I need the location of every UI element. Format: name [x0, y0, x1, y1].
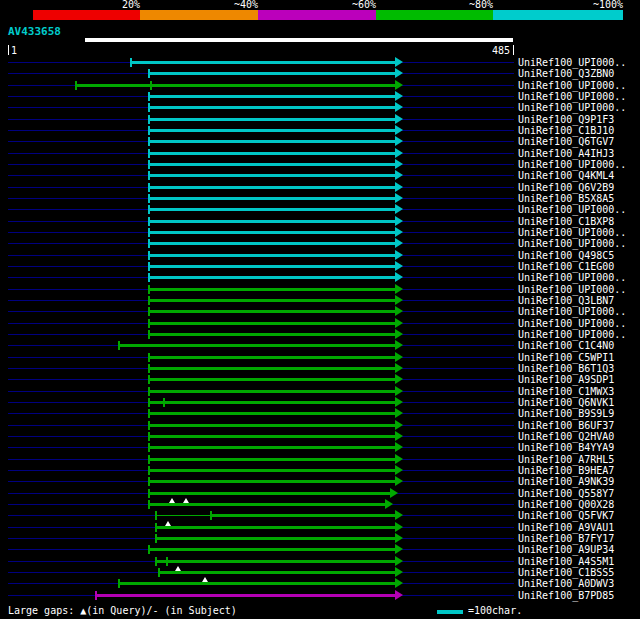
hit-label[interactable]: UniRef100_UPI000..	[518, 239, 626, 249]
alignment-bar[interactable]	[148, 276, 395, 279]
hit-label[interactable]: UniRef100_B9S9L9	[518, 409, 614, 419]
alignment-bar[interactable]	[210, 514, 395, 517]
hit-label[interactable]: UniRef100_Q6V2B9	[518, 183, 614, 193]
alignment-bar[interactable]	[148, 152, 395, 155]
hit-label[interactable]: UniRef100_A9SDP1	[518, 375, 614, 385]
alignment-bar[interactable]	[148, 390, 395, 393]
hit-label[interactable]: UniRef100_A0DWV3	[518, 579, 614, 589]
alignment-bar[interactable]	[118, 344, 395, 347]
hit-label[interactable]: UniRef100_B6UF37	[518, 421, 614, 431]
segment-cap-tick	[148, 149, 150, 158]
alignment-bar[interactable]	[148, 140, 395, 143]
hit-label[interactable]: UniRef100_A9UP34	[518, 545, 614, 555]
hit-label[interactable]: UniRef100_A4IHJ3	[518, 149, 614, 159]
hit-label[interactable]: UniRef100_C5WPI1	[518, 353, 614, 363]
hit-label[interactable]: UniRef100_Q5FVK7	[518, 511, 614, 521]
hit-row: UniRef100_Q00X28	[0, 499, 640, 510]
hit-label[interactable]: UniRef100_UPI000..	[518, 205, 626, 215]
alignment-bar[interactable]	[148, 322, 395, 325]
alignment-bar[interactable]	[148, 469, 395, 472]
hit-label[interactable]: UniRef100_UPI000..	[518, 319, 626, 329]
hit-label[interactable]: UniRef100_C1BJ10	[518, 126, 614, 136]
hit-label[interactable]: UniRef100_Q00X28	[518, 500, 614, 510]
alignment-bar[interactable]	[148, 106, 395, 109]
alignment-bar[interactable]	[155, 526, 395, 529]
alignment-bar[interactable]	[130, 61, 395, 64]
alignment-bar[interactable]	[148, 288, 395, 291]
alignment-bar[interactable]	[148, 129, 395, 132]
alignment-bar[interactable]	[148, 480, 395, 483]
alignment-bar[interactable]	[148, 163, 395, 166]
hit-label[interactable]: UniRef100_Q3ZBN0	[518, 69, 614, 79]
alignment-bar[interactable]	[148, 435, 395, 438]
alignment-bar[interactable]	[148, 299, 395, 302]
alignment-bar[interactable]	[148, 367, 395, 370]
hit-label[interactable]: UniRef100_A9VAU1	[518, 523, 614, 533]
alignment-bar[interactable]	[148, 310, 395, 313]
hit-label[interactable]: UniRef100_A7RHL5	[518, 455, 614, 465]
hit-label[interactable]: UniRef100_B7PD85	[518, 591, 614, 601]
hit-label[interactable]: UniRef100_Q3LBN7	[518, 296, 614, 306]
hit-label[interactable]: UniRef100_B7FY17	[518, 534, 614, 544]
alignment-bar[interactable]	[148, 208, 395, 211]
alignment-bar[interactable]	[148, 197, 395, 200]
hit-label[interactable]: UniRef100_UPI000..	[518, 285, 626, 295]
strand-arrow-icon	[395, 420, 403, 430]
hit-label[interactable]: UniRef100_C1BSS5	[518, 568, 614, 578]
hit-label[interactable]: UniRef100_Q6TGV7	[518, 137, 614, 147]
alignment-bar[interactable]	[155, 537, 395, 540]
alignment-bar[interactable]	[148, 72, 395, 75]
alignment-bar[interactable]	[148, 356, 395, 359]
alignment-bar[interactable]	[148, 492, 390, 495]
hit-label[interactable]: UniRef100_Q498C5	[518, 251, 614, 261]
alignment-bar[interactable]	[148, 186, 395, 189]
hit-label[interactable]: UniRef100_UPI000..	[518, 81, 626, 91]
alignment-bar[interactable]	[148, 458, 395, 461]
alignment-bar[interactable]	[148, 95, 395, 98]
alignment-bar[interactable]	[148, 503, 385, 506]
hit-label[interactable]: UniRef100_A4S5M1	[518, 557, 614, 567]
hit-label[interactable]: UniRef100_C1BXP8	[518, 217, 614, 227]
hit-label[interactable]: UniRef100_B5X8A5	[518, 194, 614, 204]
hit-label[interactable]: UniRef100_Q2HVA0	[518, 432, 614, 442]
alignment-bar[interactable]	[158, 571, 395, 574]
hit-label[interactable]: UniRef100_UPI000..	[518, 160, 626, 170]
alignment-bar[interactable]	[148, 242, 395, 245]
hit-label[interactable]: UniRef100_B4YYA9	[518, 443, 614, 453]
hit-label[interactable]: UniRef100_Q9P1F3	[518, 115, 614, 125]
hit-label[interactable]: UniRef100_Q4KML4	[518, 171, 614, 181]
hit-label[interactable]: UniRef100_UPI000..	[518, 103, 626, 113]
alignment-bar[interactable]	[148, 401, 395, 404]
alignment-bar[interactable]	[148, 220, 395, 223]
hit-label[interactable]: UniRef100_UPI000..	[518, 330, 626, 340]
alignment-bar[interactable]	[148, 378, 395, 381]
hit-label[interactable]: UniRef100_UPI000..	[518, 92, 626, 102]
hit-label[interactable]: UniRef100_B9HEA7	[518, 466, 614, 476]
hit-label[interactable]: UniRef100_B6T1Q3	[518, 364, 614, 374]
alignment-bar[interactable]	[148, 231, 395, 234]
alignment-bar[interactable]	[148, 446, 395, 449]
alignment-bar[interactable]	[148, 424, 395, 427]
hit-label[interactable]: UniRef100_Q558Y7	[518, 489, 614, 499]
alignment-bar[interactable]	[148, 548, 395, 551]
alignment-bar[interactable]	[118, 582, 395, 585]
alignment-bar[interactable]	[148, 412, 395, 415]
strand-arrow-icon	[395, 170, 403, 180]
hit-label[interactable]: UniRef100_UPI000..	[518, 273, 626, 283]
hit-label[interactable]: UniRef100_A9NK39	[518, 477, 614, 487]
hit-label[interactable]: UniRef100_C1C4N0	[518, 341, 614, 351]
alignment-bar[interactable]	[75, 84, 395, 87]
alignment-bar[interactable]	[148, 333, 395, 336]
hit-label[interactable]: UniRef100_UPI000..	[518, 307, 626, 317]
alignment-bar[interactable]	[148, 254, 395, 257]
hit-label[interactable]: UniRef100_UPI000..	[518, 228, 626, 238]
alignment-bar[interactable]	[95, 594, 395, 597]
hit-label[interactable]: UniRef100_C1MWX3	[518, 387, 614, 397]
alignment-bar[interactable]	[155, 560, 395, 563]
alignment-bar[interactable]	[148, 118, 395, 121]
alignment-bar[interactable]	[148, 174, 395, 177]
alignment-bar[interactable]	[148, 265, 395, 268]
hit-label[interactable]: UniRef100_UPI000..	[518, 58, 626, 68]
hit-label[interactable]: UniRef100_Q6NVK1	[518, 398, 614, 408]
hit-label[interactable]: UniRef100_C1EG00	[518, 262, 614, 272]
